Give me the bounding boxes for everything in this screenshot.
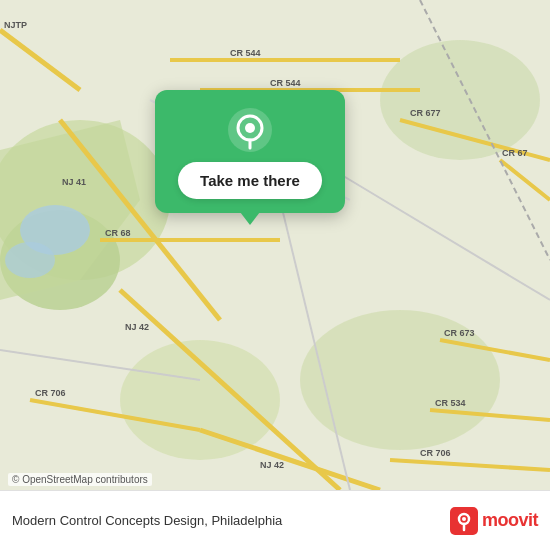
svg-text:NJTP: NJTP <box>4 20 27 30</box>
svg-text:CR 67: CR 67 <box>502 148 528 158</box>
svg-text:NJ 42: NJ 42 <box>125 322 149 332</box>
svg-text:CR 677: CR 677 <box>410 108 441 118</box>
moovit-logo-text: moovit <box>482 510 538 531</box>
moovit-logo: moovit <box>450 507 538 535</box>
svg-text:CR 673: CR 673 <box>444 328 475 338</box>
location-pin-icon <box>228 108 272 152</box>
svg-point-46 <box>462 517 466 521</box>
svg-point-6 <box>380 40 540 160</box>
svg-text:CR 706: CR 706 <box>35 388 66 398</box>
svg-point-8 <box>5 242 55 278</box>
osm-credit: © OpenStreetMap contributors <box>8 473 152 486</box>
svg-point-42 <box>245 123 255 133</box>
take-me-there-button[interactable]: Take me there <box>178 162 322 199</box>
svg-text:NJ 42: NJ 42 <box>260 460 284 470</box>
svg-text:NJ 41: NJ 41 <box>62 177 86 187</box>
svg-text:CR 534: CR 534 <box>435 398 466 408</box>
map-svg: NJTP NJ 41 CR 68 NJ 42 CR 706 NJ 42 CR 5… <box>0 0 550 490</box>
popup-tail <box>240 212 260 225</box>
map-view: NJTP NJ 41 CR 68 NJ 42 CR 706 NJ 42 CR 5… <box>0 0 550 490</box>
svg-text:CR 544: CR 544 <box>230 48 261 58</box>
popup-card: Take me there <box>155 90 345 213</box>
bottom-bar: Modern Control Concepts Design, Philadel… <box>0 490 550 550</box>
moovit-logo-icon <box>450 507 478 535</box>
location-label: Modern Control Concepts Design, Philadel… <box>12 513 450 528</box>
svg-text:CR 68: CR 68 <box>105 228 131 238</box>
svg-text:CR 706: CR 706 <box>420 448 451 458</box>
svg-text:CR 544: CR 544 <box>270 78 301 88</box>
svg-point-4 <box>120 340 280 460</box>
